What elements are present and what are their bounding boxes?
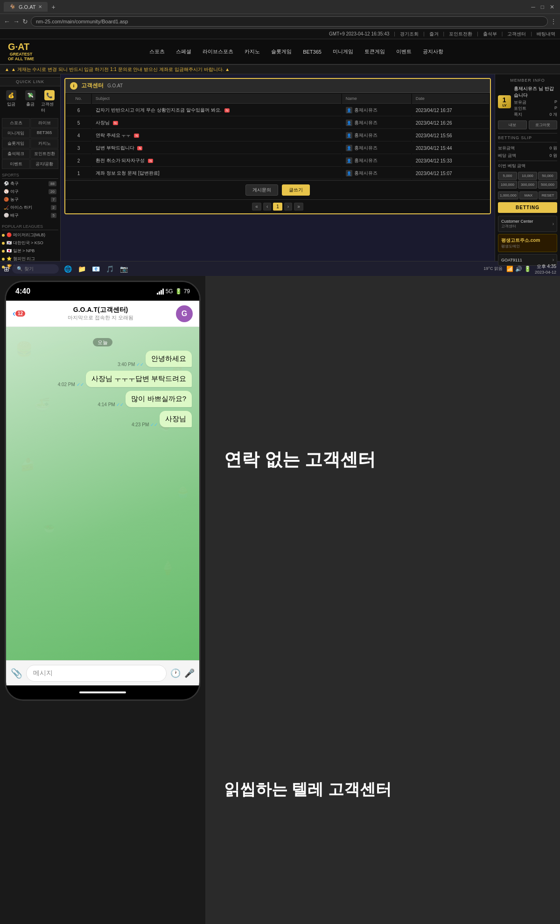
topbar-item-2[interactable]: 즐겨 [429,31,439,37]
deposit-action-btn[interactable]: 내보 [498,120,527,129]
signal-bar-4 [162,289,164,295]
last-page-btn[interactable]: » [294,203,303,211]
nav-bet365[interactable]: BET365 [298,46,326,57]
nav-slots[interactable]: 슬롯게임 [266,45,296,58]
close-btn[interactable]: ✕ [548,4,556,10]
nav-sports[interactable]: 스포츠 [145,45,169,58]
message-input[interactable]: 메시지 [26,665,167,682]
nav-special[interactable]: 스페셜 [171,45,196,58]
topbar-item-6[interactable]: 배팅내역 [537,31,555,37]
league-kso[interactable]: 🇰🇷 대한민국 > KSO [2,239,58,247]
back-button[interactable]: ‹ 12 [13,309,25,318]
minimize-btn[interactable]: ─ [529,4,537,10]
search-btn[interactable]: 게시문의 [245,184,278,196]
bet-300000[interactable]: 300,000 [518,181,537,189]
menu-events[interactable]: 이벤트 [2,159,30,169]
bet-500000[interactable]: 500,000 [538,181,557,189]
taskbar-volume-icon: 🔊 [515,266,522,272]
topbar-item-4[interactable]: 출석부 [483,31,497,37]
message-text-3: 많이 바쁘실까요? [131,395,186,402]
mic-icon[interactable]: 🎤 [184,668,195,678]
address-input[interactable] [31,16,548,27]
quick-link-customer[interactable]: 📞 고객센터 [40,88,58,115]
sports-soccer[interactable]: ⚽ 축구 88 [2,180,58,188]
refresh-btn[interactable]: ↻ [22,18,28,25]
bet-reset[interactable]: RESET [539,191,557,199]
betting-btn[interactable]: BETTING [498,202,557,213]
taskbar-search-box[interactable]: 🔍 찾기 [12,264,59,274]
league-npb[interactable]: 🇯🇵 일본 > NPB [2,247,58,255]
row-subject[interactable]: 계좌 정보 요청 문제 [답변완료] [92,168,341,179]
menu-notice[interactable]: 공지/공황 [30,159,58,169]
league-champions[interactable]: ⭐ 챔피언 리그 [2,255,58,263]
menu-live[interactable]: 라이브 [30,118,58,128]
nav-casino[interactable]: 카지노 [240,45,265,58]
back-btn[interactable]: ← [4,18,10,25]
logout-btn[interactable]: 로그아웃 [529,120,558,129]
first-page-btn[interactable]: « [252,203,261,211]
site-logo[interactable]: G·AT GREATEST OF ALL TIME [5,41,37,62]
bet-100000[interactable]: 100,000 [498,181,517,189]
sports-basketball[interactable]: 🏀 농구 7 [2,196,58,204]
menu-slots[interactable]: 슬롯게임 [2,139,30,148]
menu-sports[interactable]: 스포츠 [2,118,30,128]
prev-page-btn[interactable]: ‹ [263,203,271,211]
nav-notice[interactable]: 공지사항 [418,45,448,58]
nav-token-game[interactable]: 토큰게임 [360,45,390,58]
taskbar-app-2[interactable]: 📁 [76,263,88,275]
home-indicator[interactable] [79,691,126,693]
taskbar-app-3[interactable]: 📧 [90,263,102,275]
bet-1000000[interactable]: 1,000,000 [498,191,518,199]
sports-volleyball[interactable]: 🏐 배구 5 [2,212,58,219]
menu-point[interactable]: 포인트전환 [30,149,58,159]
menu-mini-game[interactable]: 미니게임 [2,128,30,138]
page-1-btn[interactable]: 1 [273,203,282,211]
notice-icon: ▲ [5,67,9,72]
menu-attendance[interactable]: 출석체크 [2,149,30,159]
table-row: 2 환전 취소가 되자자구성 N 👤 홍제시유즈 2023/04/12 15:3… [66,155,489,167]
customer-center-box[interactable]: Customer Center 고객센터 › [498,216,557,232]
extensions-icon[interactable]: ⋮ [551,18,556,25]
browser-tab[interactable]: 🐐 G.O.AT ✕ [4,2,48,12]
forward-btn[interactable]: → [13,18,20,25]
new-tab-btn[interactable]: + [51,3,55,11]
topbar-item-1[interactable]: 경기조회 [400,31,419,37]
bet-50000[interactable]: 50,000 [538,172,557,180]
next-page-btn[interactable]: › [284,203,292,211]
taskbar-app-4[interactable]: 🎵 [104,263,116,275]
menu-bet365[interactable]: BET365 [30,128,58,138]
attach-icon[interactable]: 📎 [11,668,22,679]
sports-hockey[interactable]: 🏒 아이스 하키 2 [2,204,58,212]
taskbar-app-5[interactable]: 📷 [118,263,130,275]
popular-leagues-title: POPULAR LEAGUES [2,223,58,230]
goat-site-box[interactable]: 평생고트주소.com 평생도메인 [498,234,557,252]
row-subject[interactable]: 답변 부탁드립니다 N [92,142,341,154]
bet-10000[interactable]: 10,000 [518,172,537,180]
phone-container: 4:40 5G 🔋 79 ‹ 12 [0,276,205,924]
chat-avatar[interactable]: G [176,305,193,322]
bet-max[interactable]: MAX [519,191,538,199]
quick-link-withdraw[interactable]: 💸 출금 [21,88,39,115]
emoji-icon[interactable]: 🕐 [170,668,181,678]
row-subject[interactable]: 사장님 N [92,117,341,129]
nav-live-sports[interactable]: 라이브스포츠 [198,45,238,58]
topbar-item-3[interactable]: 포인트전환 [449,31,472,37]
nav-events[interactable]: 이벤트 [392,45,416,58]
menu-casino[interactable]: 카지노 [30,139,58,148]
tab-close-btn[interactable]: ✕ [38,4,42,9]
table-row: 4 연락 주세요 ㅜㅜ N 👤 홍제시유즈 2023/04/12 15:56 [66,130,489,141]
quick-link-deposit[interactable]: 💰 입금 [2,88,20,115]
board-title: 고객센터 [81,82,104,90]
write-btn[interactable]: 글쓰기 [282,184,310,196]
row-subject[interactable]: 갑자기 반반으시고 이게 무슨 상황인지조금 알수있을꺼 봐요. N [92,105,341,116]
row-subject[interactable]: 연락 주세요 ㅜㅜ N [92,130,341,141]
row-subject[interactable]: 환전 취소가 되자자구성 N [92,155,341,167]
topbar-item-5[interactable]: 고객센터 [507,31,526,37]
bet-5000[interactable]: 5,000 [498,172,517,180]
sports-baseball[interactable]: ⚾ 야구 20 [2,188,58,196]
taskbar-app-1[interactable]: 🌐 [62,263,74,275]
nav-mini-game[interactable]: 미니게임 [328,45,358,58]
windows-start-btn[interactable]: ⊞ [4,265,9,273]
restore-btn[interactable]: □ [539,4,546,10]
league-mlb[interactable]: 🔴 메이저리그(MLB) [2,231,58,239]
